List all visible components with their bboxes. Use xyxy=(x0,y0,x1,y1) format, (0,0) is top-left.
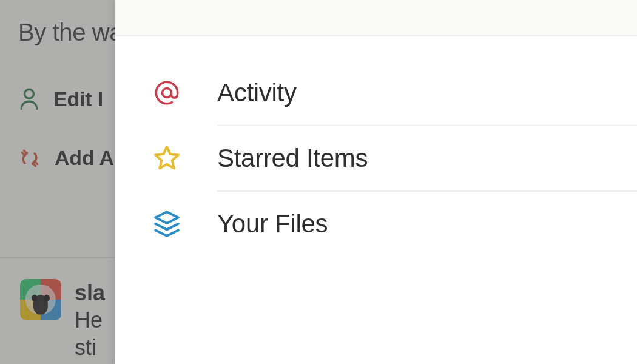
star-icon xyxy=(150,142,183,175)
svg-point-1 xyxy=(163,89,172,98)
at-icon xyxy=(150,76,183,109)
menu-item-your-files[interactable]: Your Files xyxy=(115,192,637,256)
side-panel: Activity Starred Items Your Files xyxy=(115,0,637,364)
menu-label-starred: Starred Items xyxy=(217,144,368,173)
panel-header xyxy=(115,0,637,36)
menu-item-activity[interactable]: Activity xyxy=(115,61,637,125)
menu-label-your-files: Your Files xyxy=(217,209,328,238)
layers-icon xyxy=(150,207,183,240)
menu-item-starred[interactable]: Starred Items xyxy=(115,126,637,190)
panel-menu: Activity Starred Items Your Files xyxy=(115,36,637,256)
modal-scrim[interactable] xyxy=(0,0,115,364)
menu-label-activity: Activity xyxy=(217,78,297,107)
